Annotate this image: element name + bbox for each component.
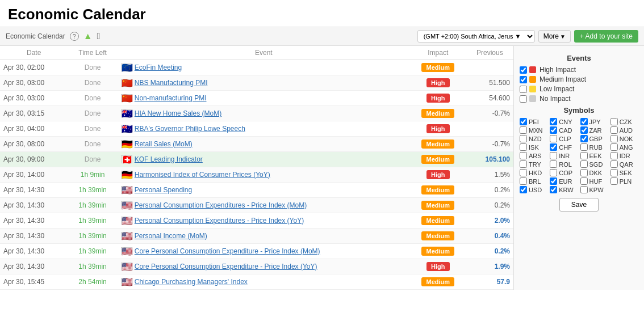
- symbol-label[interactable]: TRY: [529, 161, 541, 168]
- symbol-label[interactable]: CNY: [559, 119, 572, 125]
- event-filter-checkbox[interactable]: [520, 76, 527, 83]
- symbol-checkbox[interactable]: [580, 143, 588, 151]
- help-icon[interactable]: ?: [70, 32, 79, 41]
- symbol-checkbox[interactable]: [610, 177, 618, 185]
- symbol-checkbox[interactable]: [550, 126, 557, 134]
- symbol-label[interactable]: ANG: [620, 144, 633, 151]
- symbol-checkbox[interactable]: [520, 169, 527, 176]
- save-button[interactable]: Save: [559, 198, 599, 212]
- symbol-label[interactable]: PEI: [529, 119, 539, 125]
- symbol-checkbox[interactable]: [550, 169, 557, 176]
- symbol-checkbox[interactable]: [610, 143, 618, 151]
- symbol-label[interactable]: KPW: [589, 187, 604, 193]
- symbol-label[interactable]: QAR: [620, 161, 633, 168]
- symbol-checkbox[interactable]: [520, 152, 527, 159]
- symbol-checkbox[interactable]: [550, 152, 557, 159]
- symbol-label[interactable]: KRW: [559, 187, 573, 193]
- symbol-label[interactable]: BRL: [529, 178, 541, 185]
- symbol-checkbox[interactable]: [520, 160, 527, 168]
- add-to-site-button[interactable]: + Add to your site: [574, 30, 638, 43]
- symbol-checkbox[interactable]: [580, 126, 588, 134]
- timezone-select[interactable]: (GMT +2:00) South Africa, Jerus ▼: [417, 30, 535, 43]
- event-link[interactable]: Harmonised Index of Consumer Prices (YoY…: [135, 171, 270, 179]
- symbol-checkbox[interactable]: [520, 143, 527, 151]
- symbol-label[interactable]: ROL: [559, 161, 572, 168]
- event-filter-label[interactable]: High Impact: [540, 66, 576, 74]
- symbol-label[interactable]: ZAR: [589, 127, 602, 134]
- symbol-label[interactable]: COP: [559, 170, 572, 176]
- symbol-checkbox[interactable]: [580, 177, 588, 185]
- event-filter-checkbox[interactable]: [520, 95, 527, 103]
- symbol-checkbox[interactable]: [550, 118, 557, 125]
- symbol-checkbox[interactable]: [610, 169, 618, 176]
- symbol-checkbox[interactable]: [580, 118, 588, 125]
- event-link[interactable]: Core Personal Consumption Expenditure - …: [135, 263, 317, 270]
- symbol-label[interactable]: CLP: [559, 136, 571, 142]
- symbol-checkbox[interactable]: [550, 143, 557, 151]
- apple-icon[interactable]: : [97, 31, 101, 41]
- symbol-label[interactable]: EEK: [589, 153, 602, 159]
- symbol-checkbox[interactable]: [520, 186, 527, 193]
- symbol-label[interactable]: IDR: [620, 153, 630, 159]
- event-link[interactable]: KOF Leading Indicator: [135, 155, 203, 163]
- event-link[interactable]: Core Personal Consumption Expenditure - …: [135, 247, 320, 255]
- symbol-label[interactable]: SEK: [620, 170, 632, 176]
- symbol-label[interactable]: RUB: [589, 144, 603, 151]
- symbol-label[interactable]: DKK: [589, 170, 603, 176]
- event-link[interactable]: Personal Spending: [135, 186, 192, 194]
- symbol-checkbox[interactable]: [610, 135, 618, 142]
- event-filter-label[interactable]: No Impact: [540, 95, 571, 103]
- symbol-checkbox[interactable]: [610, 160, 618, 168]
- symbol-label[interactable]: INR: [559, 153, 570, 159]
- symbol-checkbox[interactable]: [580, 160, 588, 168]
- symbol-label[interactable]: CZK: [620, 119, 632, 125]
- event-filter-checkbox[interactable]: [520, 66, 527, 74]
- symbol-label[interactable]: CHF: [559, 144, 572, 151]
- event-link[interactable]: Retail Sales (MoM): [135, 140, 193, 148]
- event-link[interactable]: HIA New Home Sales (MoM): [135, 109, 221, 117]
- symbol-checkbox[interactable]: [580, 152, 588, 159]
- event-link[interactable]: NBS Manufacturing PMI: [135, 79, 208, 87]
- symbol-checkbox[interactable]: [550, 160, 557, 168]
- symbol-checkbox[interactable]: [520, 135, 527, 142]
- symbol-label[interactable]: CAD: [559, 127, 572, 134]
- android-icon[interactable]: ▲: [83, 31, 93, 41]
- symbol-checkbox[interactable]: [580, 169, 588, 176]
- symbol-checkbox[interactable]: [610, 118, 618, 125]
- event-filter-label[interactable]: Low Impact: [540, 85, 574, 93]
- symbol-checkbox[interactable]: [610, 152, 618, 159]
- symbol-checkbox[interactable]: [580, 186, 588, 193]
- symbol-label[interactable]: JPY: [589, 119, 601, 125]
- symbol-label[interactable]: GBP: [589, 136, 603, 142]
- event-link[interactable]: Non-manufacturing PMI: [135, 94, 207, 102]
- symbol-label[interactable]: ARS: [529, 153, 542, 159]
- symbol-label[interactable]: AUD: [620, 127, 633, 134]
- symbol-checkbox[interactable]: [550, 177, 557, 185]
- symbol-checkbox[interactable]: [520, 126, 527, 134]
- event-link[interactable]: RBA's Governor Philip Lowe Speech: [135, 125, 245, 133]
- symbol-label[interactable]: EUR: [559, 178, 572, 185]
- symbol-label[interactable]: MXN: [529, 127, 542, 134]
- event-link[interactable]: Personal Income (MoM): [135, 232, 207, 240]
- event-link[interactable]: Personal Consumption Expenditures - Pric…: [135, 201, 307, 209]
- symbol-label[interactable]: SGD: [589, 161, 603, 168]
- symbol-checkbox[interactable]: [610, 126, 618, 134]
- symbol-label[interactable]: PLN: [620, 178, 632, 185]
- event-filter-label[interactable]: Medium Impact: [540, 75, 586, 83]
- symbol-checkbox[interactable]: [520, 177, 527, 185]
- symbol-label[interactable]: HKD: [529, 170, 542, 176]
- symbol-label[interactable]: USD: [529, 187, 542, 193]
- symbol-label[interactable]: NOK: [620, 136, 633, 142]
- symbol-checkbox[interactable]: [550, 135, 557, 142]
- symbol-label[interactable]: HUF: [589, 178, 603, 185]
- symbol-checkbox[interactable]: [550, 186, 557, 193]
- more-button[interactable]: More ▼: [538, 30, 571, 43]
- symbol-checkbox[interactable]: [580, 135, 588, 142]
- symbol-checkbox[interactable]: [520, 118, 527, 125]
- event-link[interactable]: Chicago Purchasing Managers' Index: [135, 278, 248, 286]
- event-link[interactable]: Personal Consumption Expenditures - Pric…: [135, 217, 304, 225]
- event-filter-checkbox[interactable]: [520, 86, 527, 93]
- symbol-label[interactable]: NZD: [529, 136, 542, 142]
- symbol-label[interactable]: ISK: [529, 144, 539, 151]
- event-link[interactable]: EcoFin Meeting: [135, 64, 182, 71]
